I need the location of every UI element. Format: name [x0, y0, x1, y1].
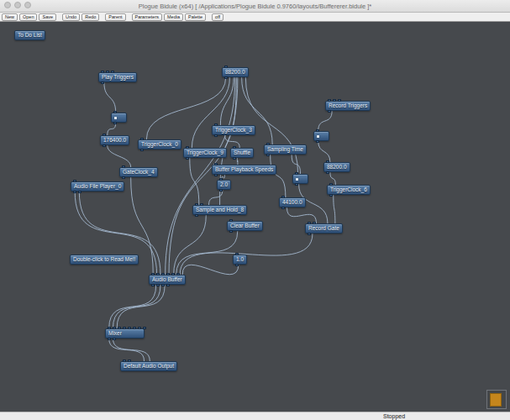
input-port[interactable] [233, 146, 236, 149]
input-port[interactable] [316, 129, 319, 132]
input-port[interactable] [113, 327, 116, 329]
node-afp[interactable]: Audio File Player_0 [71, 181, 124, 192]
input-port[interactable] [186, 146, 189, 149]
patch-wire[interactable] [318, 111, 332, 131]
minimize-button[interactable] [14, 2, 21, 8]
output-port[interactable] [103, 144, 106, 147]
patch-wire[interactable] [174, 215, 207, 275]
node-clear_buffer[interactable]: Clear Buffer [227, 221, 263, 231]
node-sampling_time[interactable]: Sampling Time [264, 144, 307, 155]
toolbar-button-parameters[interactable]: Parameters [132, 13, 162, 21]
patch-wire[interactable] [271, 155, 286, 197]
output-port[interactable] [195, 214, 198, 217]
toolbar-button-off[interactable]: off [212, 13, 223, 21]
patch-wire[interactable] [334, 195, 335, 223]
output-port[interactable] [316, 140, 319, 143]
input-port[interactable] [326, 160, 329, 163]
output-port[interactable] [156, 284, 160, 286]
output-port[interactable] [113, 338, 116, 340]
input-port[interactable] [235, 253, 239, 255]
input-port[interactable] [195, 203, 198, 206]
input-port[interactable] [171, 273, 175, 276]
output-port[interactable] [308, 233, 311, 235]
output-port[interactable] [326, 171, 329, 174]
node-audio_buffer[interactable]: Audio Buffer [149, 275, 186, 285]
node-dao[interactable]: Default Audio Output [120, 361, 177, 371]
input-port[interactable] [224, 66, 228, 68]
input-port[interactable] [133, 327, 136, 329]
output-port[interactable] [101, 81, 104, 84]
output-port[interactable] [122, 176, 125, 179]
node-record_triggers[interactable]: Record Triggers [325, 101, 371, 111]
toolbar-button-redo[interactable]: Redo [81, 13, 99, 21]
input-port[interactable] [229, 219, 233, 222]
input-port[interactable] [328, 99, 331, 102]
patch-wire[interactable] [209, 190, 223, 205]
toolbar-button-save[interactable]: Save [39, 13, 56, 21]
patch-wire[interactable] [318, 141, 330, 162]
input-port[interactable] [333, 99, 336, 102]
output-port[interactable] [295, 183, 298, 186]
node-r88200[interactable]: 88200.0 [323, 162, 350, 172]
input-port[interactable] [123, 360, 126, 362]
node-nodeA[interactable] [111, 113, 127, 123]
node-hub88200[interactable]: 88200.0 [222, 67, 249, 77]
toolbar-button-parent[interactable]: Parent [105, 13, 125, 21]
patch-wire[interactable] [192, 77, 229, 148]
patch-wire[interactable] [109, 285, 156, 328]
output-port[interactable] [266, 154, 270, 156]
input-port[interactable] [143, 327, 146, 329]
input-port[interactable] [176, 273, 180, 276]
input-port[interactable] [266, 143, 270, 145]
node-todo[interactable]: To Do List [14, 30, 45, 40]
output-port[interactable] [224, 76, 228, 79]
node-tclk6[interactable]: TriggerClock_6 [327, 185, 371, 195]
toolbar-button-open[interactable]: Open [19, 13, 37, 21]
input-port[interactable] [138, 327, 141, 329]
input-port[interactable] [338, 99, 341, 102]
input-port[interactable] [73, 180, 76, 182]
output-port[interactable] [108, 338, 111, 340]
input-port[interactable] [128, 360, 131, 362]
navigator-viewport[interactable] [490, 393, 502, 407]
input-port[interactable] [308, 222, 311, 224]
output-port[interactable] [151, 284, 155, 286]
output-port[interactable] [166, 284, 170, 286]
input-port[interactable] [156, 273, 160, 276]
node-shuffle[interactable]: Shuffle [230, 148, 254, 158]
input-port[interactable] [128, 327, 131, 329]
input-port[interactable] [329, 183, 333, 186]
input-port[interactable] [200, 203, 203, 206]
patch-canvas[interactable]: To Do ListPlay Triggers88200.0Record Tri… [0, 22, 510, 412]
input-port[interactable] [295, 172, 298, 175]
node-v1[interactable]: 1.0 [233, 255, 247, 265]
input-port[interactable] [151, 273, 155, 276]
node-v2[interactable]: 2.0 [217, 180, 231, 190]
output-port[interactable] [233, 157, 236, 160]
input-port[interactable] [313, 222, 316, 224]
patch-wire[interactable] [169, 77, 238, 275]
zoom-button[interactable] [24, 2, 31, 8]
output-port[interactable] [78, 191, 81, 193]
patch-wire[interactable] [109, 339, 145, 361]
input-port[interactable] [214, 163, 218, 165]
input-port[interactable] [219, 178, 223, 181]
patch-wire[interactable] [117, 285, 165, 328]
output-port[interactable] [219, 189, 223, 192]
input-port[interactable] [103, 134, 106, 136]
output-port[interactable] [73, 191, 76, 193]
output-port[interactable] [186, 157, 189, 160]
input-port[interactable] [122, 165, 125, 168]
output-port[interactable] [161, 284, 165, 286]
toolbar-button-palette[interactable]: Palette [185, 13, 206, 21]
close-button[interactable] [4, 2, 11, 8]
toolbar-button-new[interactable]: New [2, 13, 18, 21]
patch-wire[interactable] [113, 285, 160, 328]
input-port[interactable] [123, 327, 126, 329]
node-nodeC[interactable] [292, 174, 308, 184]
output-port[interactable] [329, 194, 333, 197]
output-port[interactable] [328, 110, 331, 113]
patch-wire[interactable] [182, 265, 239, 275]
node-play_triggers[interactable]: Play Triggers [98, 72, 137, 82]
node-bps[interactable]: Buffer Playback Speeds [212, 165, 276, 175]
